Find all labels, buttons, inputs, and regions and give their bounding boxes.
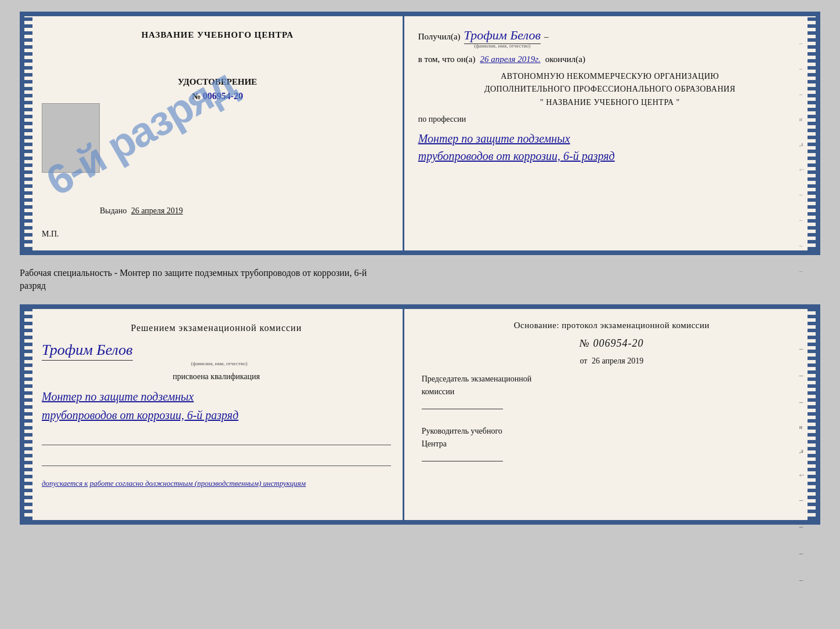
professiya-line2: трубопроводов от коррозии, 6-й разряд (418, 147, 802, 165)
org-line2: ДОПОЛНИТЕЛЬНОГО ПРОФЕССИОНАЛЬНОГО ОБРАЗО… (418, 83, 802, 96)
lower-qual-line2: трубопроводов от коррозии, 6-й разряд (42, 406, 391, 424)
ot-label: от (580, 357, 588, 365)
blank-line-1 (42, 432, 391, 445)
dash-1: – (544, 32, 549, 42)
prisvoena-label: присвоена квалификация (42, 372, 391, 381)
dopuskaetsya-label: допускается к (42, 479, 88, 488)
cert-photo (42, 103, 100, 173)
rukovoditel-block: Руководитель учебного Центра (422, 425, 802, 466)
lower-fio-label: (фамилия, имя, отчество) (48, 361, 391, 366)
mp-block: М.П. (42, 230, 59, 239)
cert-left-panel: НАЗВАНИЕ УЧЕБНОГО ЦЕНТРА 6-й разряд УДОС… (24, 16, 404, 250)
lower-qual-line1: Монтер по защите подземных (42, 387, 391, 406)
protokol-number: № 006954-20 (422, 337, 802, 350)
ot-date: 26 апреля 2019 (592, 357, 643, 365)
po-professii-label: по профессии (418, 115, 802, 124)
number-value: 006954-20 (203, 91, 243, 101)
cert-right-margins: ––– и ,а ‹– –––– (799, 39, 804, 274)
poluchil-name-wrapper: Трофим Белов (фамилия, имя, отчество) (464, 28, 541, 49)
professiya-line1: Монтер по защите подземных (418, 130, 802, 147)
protokol-date: от 26 апреля 2019 (422, 357, 802, 366)
vtom-date: 26 апреля 2019г. (480, 54, 540, 64)
predsedatel-block: Председатель экзаменационной комиссии (422, 373, 802, 413)
osnovanie-title: Основание: протокол экзаменационной коми… (422, 321, 802, 330)
poluchil-row: Получил(a) Трофим Белов (фамилия, имя, о… (418, 28, 802, 49)
lower-right-panel: Основание: протокол экзаменационной коми… (404, 309, 816, 520)
org-line1: АВТОНОМНУЮ НЕКОММЕРЧЕСКУЮ ОРГАНИЗАЦИЮ (418, 70, 802, 83)
number-prefix: № (192, 92, 201, 101)
cert-right-content: Получил(a) Трофим Белов (фамилия, имя, о… (418, 28, 802, 165)
separator-text: Рабочая специальность - Монтер по защите… (20, 264, 820, 295)
professiya-top: Монтер по защите подземных трубопроводов… (418, 130, 802, 165)
certificate-top: НАЗВАНИЕ УЧЕБНОГО ЦЕНТРА 6-й разряд УДОС… (20, 12, 820, 255)
predsedatel-line2: комиссии (422, 386, 802, 398)
udostoverenie-label: УДОСТОВЕРЕНИЕ (178, 75, 258, 89)
cert-left-title: НАЗВАНИЕ УЧЕБНОГО ЦЕНТРА (142, 30, 294, 40)
dopuskaetsya-value: работе согласно должностным (производств… (90, 479, 306, 488)
lower-qual: Монтер по защите подземных трубопроводов… (42, 387, 391, 424)
right-margin-lines-bottom: ––– и ,а ‹– –––– (799, 344, 804, 584)
rukovoditel-line1: Руководитель учебного (422, 425, 802, 438)
vydano-date: 26 апреля 2019 (131, 206, 183, 215)
dopuskaetsya-block: допускается к работе согласно должностны… (42, 479, 391, 488)
separator-line2: разряд (20, 279, 820, 292)
reshenie-title: Решением экзаменационной комиссии (42, 323, 391, 333)
vtom-label: в том, что он(а) (418, 54, 476, 64)
poluchil-name: Трофим Белов (464, 28, 541, 44)
org-text: АВТОНОМНУЮ НЕКОММЕРЧЕСКУЮ ОРГАНИЗАЦИЮ ДО… (418, 70, 802, 109)
cert-right-panel: Получил(a) Трофим Белов (фамилия, имя, о… (404, 16, 816, 250)
certificate-bottom: Решением экзаменационной комиссии Трофим… (20, 304, 820, 525)
vydano-label: Выдано (100, 206, 127, 215)
okonchil-label: окончил(а) (545, 54, 585, 64)
separator-line1: Рабочая специальность - Монтер по защите… (20, 267, 820, 279)
predsedatel-signature-line (422, 399, 503, 409)
lower-name: Трофим Белов (42, 341, 133, 361)
rukovoditel-signature-line (422, 451, 503, 461)
blank-line-2 (42, 453, 391, 466)
fio-label-top: (фамилия, имя, отчество) (464, 43, 541, 49)
vtom-row: в том, что он(а) 26 апреля 2019г. окончи… (418, 54, 802, 64)
predsedatel-line1: Председатель экзаменационной (422, 373, 802, 386)
udostoverenie-number: № 006954-20 (178, 89, 258, 104)
mp-label: М.П. (42, 230, 59, 238)
lower-name-wrapper: Трофим Белов (фамилия, имя, отчество) (42, 339, 391, 366)
org-line3: " НАЗВАНИЕ УЧЕБНОГО ЦЕНТРА " (418, 96, 802, 109)
lower-left-panel: Решением экзаменационной комиссии Трофим… (24, 309, 404, 520)
udostoverenie-block: УДОСТОВЕРЕНИЕ № 006954-20 (178, 75, 258, 104)
vydano-block: Выдано 26 апреля 2019 (100, 206, 183, 216)
rukovoditel-line2: Центра (422, 438, 802, 450)
poluchil-label: Получил(a) (418, 32, 461, 42)
